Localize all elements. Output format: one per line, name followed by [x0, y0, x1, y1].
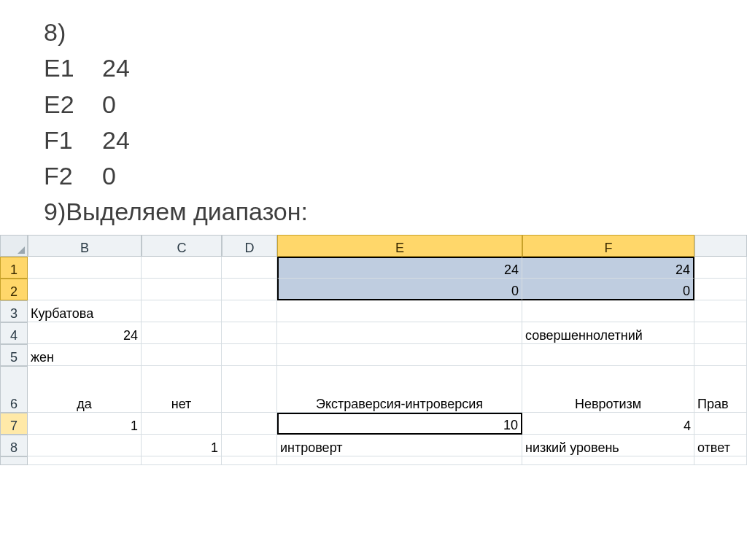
- table-row: 6 да нет Экстраверсия-интроверсия Неврот…: [0, 366, 747, 413]
- table-row: 8 1 интроверт низкий уровень ответ: [0, 435, 747, 456]
- kv-key: F2: [44, 158, 102, 194]
- kv-key: Е1: [44, 50, 102, 86]
- cell-B7[interactable]: 1: [28, 413, 142, 435]
- cell-C1[interactable]: [142, 257, 222, 279]
- table-row: [0, 456, 747, 465]
- cell-F7[interactable]: 4: [522, 413, 694, 435]
- kv-row: Е1 24: [44, 50, 703, 86]
- cell-F4[interactable]: совершеннолетний: [522, 322, 694, 344]
- kv-key: F1: [44, 122, 102, 158]
- cell-C4[interactable]: [142, 322, 222, 344]
- table-row: 5 жен: [0, 344, 747, 366]
- cell[interactable]: [28, 456, 142, 465]
- cell-G7[interactable]: [694, 413, 747, 435]
- cell[interactable]: [142, 456, 222, 465]
- row-header[interactable]: 2: [0, 279, 28, 300]
- row-header[interactable]: 6: [0, 366, 28, 413]
- select-all-triangle[interactable]: [0, 235, 28, 257]
- cell-E4[interactable]: [277, 322, 522, 344]
- table-row: 7 1 10 4: [0, 413, 747, 435]
- cell-D3[interactable]: [222, 300, 277, 322]
- row-header[interactable]: 7: [0, 413, 28, 435]
- cell-B3[interactable]: Курбатова: [28, 300, 142, 322]
- cell-E2[interactable]: 0: [277, 279, 522, 300]
- cell-C8[interactable]: 1: [142, 435, 222, 456]
- spreadsheet: B C D E F 1 24 24 2 0 0 3 Курбатова 4: [0, 235, 747, 465]
- col-header-G[interactable]: [694, 235, 747, 257]
- cell-G4[interactable]: [694, 322, 747, 344]
- cell-G6[interactable]: Прав: [694, 366, 747, 413]
- col-header-E[interactable]: E: [277, 235, 522, 257]
- cell-C3[interactable]: [142, 300, 222, 322]
- kv-val: 0: [102, 87, 116, 122]
- cell-E3[interactable]: [277, 300, 522, 322]
- cell[interactable]: [222, 456, 277, 465]
- col-header-B[interactable]: B: [28, 235, 142, 257]
- cell-D6[interactable]: [222, 366, 277, 413]
- row-header[interactable]: 1: [0, 257, 28, 279]
- table-row: 1 24 24: [0, 257, 747, 279]
- cell-B5[interactable]: жен: [28, 344, 142, 366]
- kv-row: F1 24: [44, 122, 703, 158]
- table-row: 2 0 0: [0, 279, 747, 300]
- kv-key: Е2: [44, 87, 102, 122]
- cell-F3[interactable]: [522, 300, 694, 322]
- cell-D4[interactable]: [222, 322, 277, 344]
- row-header[interactable]: [0, 456, 28, 465]
- cell-C7[interactable]: [142, 413, 222, 435]
- cell-E8[interactable]: интроверт: [277, 435, 522, 456]
- kv-row: Е2 0: [44, 87, 703, 122]
- cell-F2[interactable]: 0: [522, 279, 694, 300]
- cell-F6[interactable]: Невротизм: [522, 366, 694, 413]
- table-row: 3 Курбатова: [0, 300, 747, 322]
- cell[interactable]: [277, 456, 522, 465]
- kv-val: 24: [102, 122, 130, 158]
- col-header-C[interactable]: C: [142, 235, 222, 257]
- cell-E7-active[interactable]: 10: [277, 413, 522, 435]
- cell-C6[interactable]: нет: [142, 366, 222, 413]
- cell-G2[interactable]: [694, 279, 747, 300]
- cell-G5[interactable]: [694, 344, 747, 366]
- cell-B6[interactable]: да: [28, 366, 142, 413]
- cell-G1[interactable]: [694, 257, 747, 279]
- cell-F5[interactable]: [522, 344, 694, 366]
- cell-F8[interactable]: низкий уровень: [522, 435, 694, 456]
- cell-D8[interactable]: [222, 435, 277, 456]
- cell-B8[interactable]: [28, 435, 142, 456]
- cell-D5[interactable]: [222, 344, 277, 366]
- cell-B1[interactable]: [28, 257, 142, 279]
- row-header[interactable]: 4: [0, 322, 28, 344]
- cell-G8[interactable]: ответ: [694, 435, 747, 456]
- cell-E5[interactable]: [277, 344, 522, 366]
- row-header[interactable]: 5: [0, 344, 28, 366]
- col-header-D[interactable]: D: [222, 235, 277, 257]
- cell-D2[interactable]: [222, 279, 277, 300]
- cell-E1[interactable]: 24: [277, 257, 522, 279]
- cell-E6[interactable]: Экстраверсия-интроверсия: [277, 366, 522, 413]
- cell-C2[interactable]: [142, 279, 222, 300]
- cell-D1[interactable]: [222, 257, 277, 279]
- cell-B2[interactable]: [28, 279, 142, 300]
- cell-F1[interactable]: 24: [522, 257, 694, 279]
- kv-val: 24: [102, 50, 130, 86]
- row-header[interactable]: 3: [0, 300, 28, 322]
- cell-G3[interactable]: [694, 300, 747, 322]
- cell-B4[interactable]: 24: [28, 322, 142, 344]
- cell-D7[interactable]: [222, 413, 277, 435]
- col-header-F[interactable]: F: [522, 235, 694, 257]
- line-9: 9)Выделяем диапазон:: [44, 194, 703, 230]
- kv-row: F2 0: [44, 158, 703, 194]
- line-8: 8): [44, 15, 703, 50]
- grid-table[interactable]: B C D E F 1 24 24 2 0 0 3 Курбатова 4: [0, 235, 747, 465]
- column-header-row: B C D E F: [0, 235, 747, 257]
- cell[interactable]: [522, 456, 694, 465]
- instruction-text: 8) Е1 24 Е2 0 F1 24 F2 0 9)Выделяем диап…: [0, 0, 747, 230]
- row-header[interactable]: 8: [0, 435, 28, 456]
- cell-C5[interactable]: [142, 344, 222, 366]
- cell[interactable]: [694, 456, 747, 465]
- table-row: 4 24 совершеннолетний: [0, 322, 747, 344]
- kv-val: 0: [102, 158, 116, 194]
